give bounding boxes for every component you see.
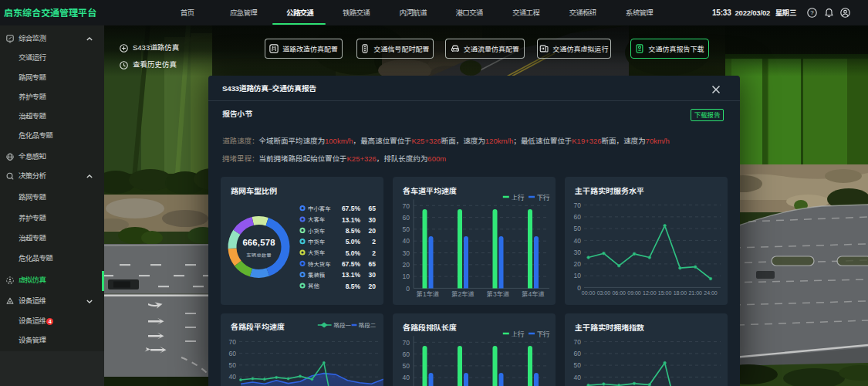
svg-text:40: 40 (403, 237, 410, 245)
svg-text:18:00: 18:00 (674, 290, 687, 296)
svg-text:60: 60 (403, 350, 410, 358)
svg-text:特大货车: 特大货车 (308, 261, 331, 268)
svg-text:下行: 下行 (537, 194, 551, 201)
svg-text:67.5%: 67.5% (342, 205, 361, 212)
svg-text:21:00: 21:00 (688, 290, 702, 296)
svg-text:路段一: 路段一 (334, 322, 352, 329)
svg-text:中货车: 中货车 (308, 239, 325, 245)
svg-text:第3车道: 第3车道 (486, 290, 509, 298)
svg-text:大货车: 大货车 (308, 249, 325, 256)
svg-text:65: 65 (369, 205, 377, 212)
svg-text:?: ? (810, 9, 814, 16)
svg-text:第2车道: 第2车道 (451, 290, 475, 298)
svg-text:50: 50 (403, 225, 410, 233)
svg-text:50: 50 (574, 225, 582, 232)
svg-text:第1车道: 第1车道 (416, 290, 439, 298)
svg-text:大客车: 大客车 (308, 216, 325, 223)
svg-text:13.1%: 13.1% (342, 216, 361, 224)
svg-text:10: 10 (403, 273, 410, 280)
svg-text:10: 10 (574, 272, 582, 279)
svg-text:下行: 下行 (537, 330, 551, 338)
svg-text:24:00: 24:00 (704, 290, 718, 296)
svg-text:0: 0 (406, 285, 410, 293)
svg-text:2: 2 (372, 238, 376, 245)
svg-text:09:00: 09:00 (627, 290, 641, 296)
svg-text:67.5%: 67.5% (342, 260, 361, 268)
svg-text:集装箱: 集装箱 (308, 272, 325, 279)
svg-text:8.5%: 8.5% (346, 283, 361, 290)
svg-text:00:00: 00:00 (582, 290, 596, 296)
svg-text:50: 50 (574, 361, 582, 369)
svg-text:40: 40 (229, 373, 237, 381)
svg-text:15:00: 15:00 (658, 290, 672, 296)
svg-text:20: 20 (574, 260, 582, 268)
svg-text:666,578: 666,578 (242, 238, 275, 247)
svg-text:上行: 上行 (512, 194, 525, 201)
svg-text:60: 60 (574, 213, 582, 221)
svg-text:2: 2 (372, 249, 376, 257)
svg-text:40: 40 (403, 374, 410, 381)
svg-text:30: 30 (369, 271, 377, 279)
svg-text:20: 20 (369, 283, 377, 290)
svg-text:50: 50 (403, 362, 410, 370)
svg-text:70: 70 (403, 339, 410, 347)
svg-text:06:00: 06:00 (612, 290, 626, 296)
svg-text:40: 40 (574, 237, 582, 245)
svg-text:60: 60 (574, 350, 582, 357)
svg-text:70: 70 (574, 338, 582, 346)
svg-text:60: 60 (229, 350, 237, 357)
svg-text:40: 40 (574, 374, 582, 381)
svg-text:20: 20 (369, 227, 377, 235)
svg-text:70: 70 (229, 338, 237, 346)
svg-text:路段二: 路段二 (359, 322, 377, 329)
svg-text:20: 20 (403, 261, 410, 269)
svg-text:12:00: 12:00 (643, 290, 657, 296)
svg-text:03:00: 03:00 (597, 290, 611, 296)
svg-text:5.0%: 5.0% (346, 238, 361, 245)
svg-text:50: 50 (229, 361, 237, 369)
svg-text:70: 70 (403, 202, 410, 210)
svg-text:13.1%: 13.1% (342, 271, 361, 279)
svg-text:8.5%: 8.5% (346, 227, 361, 235)
svg-text:30: 30 (369, 216, 377, 224)
svg-text:30: 30 (574, 249, 582, 256)
svg-text:小货车: 小货车 (308, 228, 325, 235)
svg-text:65: 65 (369, 260, 377, 268)
svg-text:30: 30 (403, 249, 410, 257)
svg-text:70: 70 (574, 201, 582, 209)
svg-text:上行: 上行 (512, 330, 525, 338)
svg-text:车辆总数量: 车辆总数量 (246, 252, 272, 258)
svg-text:中小客车: 中小客车 (308, 205, 331, 212)
svg-text:0: 0 (577, 284, 581, 292)
svg-text:其他: 其他 (308, 283, 319, 290)
svg-text:5.0%: 5.0% (346, 249, 361, 257)
svg-text:60: 60 (403, 214, 410, 222)
svg-text:第4车道: 第4车道 (522, 290, 545, 298)
